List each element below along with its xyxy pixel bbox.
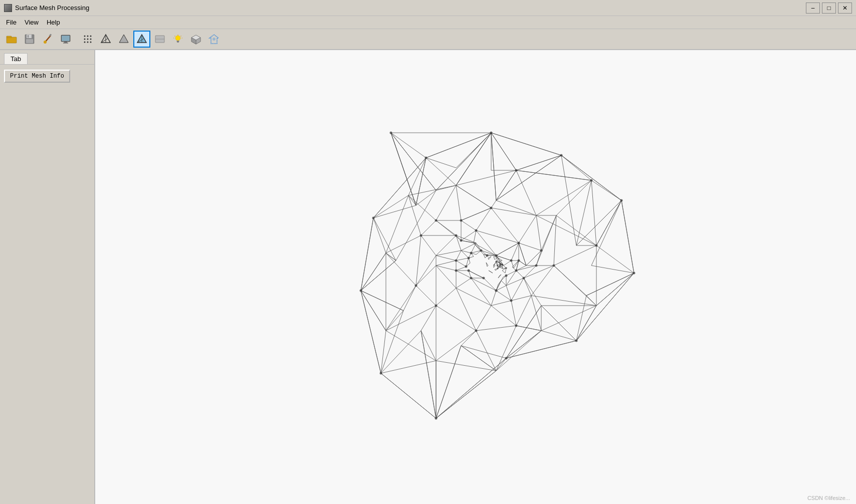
svg-point-192: [595, 244, 598, 247]
svg-point-193: [553, 265, 555, 267]
svg-point-213: [475, 229, 478, 232]
svg-point-186: [380, 372, 382, 375]
svg-point-178: [390, 132, 392, 134]
cube-icon: [190, 34, 201, 45]
watermark: CSDN ©lifesize...: [807, 495, 850, 501]
solid-icon: [118, 34, 129, 45]
points-button[interactable]: [79, 31, 96, 48]
mesh-viewport: [95, 50, 856, 504]
solid-wire-button[interactable]: [133, 31, 150, 48]
svg-point-228: [501, 264, 503, 266]
solid-wire-icon: [136, 34, 147, 45]
svg-point-194: [515, 325, 518, 327]
svg-rect-13: [63, 43, 68, 44]
cube-button[interactable]: [187, 31, 204, 48]
monitor-button[interactable]: [57, 31, 74, 48]
svg-rect-5: [26, 39, 33, 43]
svg-point-14: [84, 36, 86, 37]
light-icon: [172, 34, 183, 45]
menu-help[interactable]: Help: [43, 18, 64, 27]
svg-point-18: [87, 39, 89, 40]
svg-point-223: [468, 257, 470, 260]
svg-point-22: [90, 42, 92, 43]
svg-point-187: [360, 290, 362, 292]
svg-point-184: [505, 357, 508, 360]
svg-line-38: [181, 36, 181, 37]
svg-point-221: [468, 270, 470, 272]
titlebar-title: Surface Mesh Processing: [15, 4, 89, 12]
svg-point-188: [372, 217, 375, 219]
svg-point-179: [490, 132, 493, 134]
svg-point-209: [455, 270, 458, 272]
brush-icon: [42, 34, 53, 45]
svg-rect-12: [64, 42, 67, 43]
svg-point-224: [470, 252, 473, 255]
brush-button[interactable]: [39, 31, 56, 48]
svg-point-16: [90, 36, 92, 37]
flat-icon: [154, 34, 165, 45]
sidebar: Tab Print Mesh Info: [0, 50, 95, 504]
app-icon: [4, 4, 12, 12]
light-button[interactable]: [169, 31, 186, 48]
svg-point-208: [470, 277, 473, 280]
svg-rect-1: [7, 37, 17, 43]
select-button[interactable]: [205, 31, 223, 48]
svg-point-219: [495, 290, 498, 292]
svg-point-200: [460, 219, 463, 222]
main-layout: Tab Print Mesh Info: [0, 50, 856, 504]
svg-rect-33: [177, 41, 179, 42]
svg-point-189: [425, 157, 427, 159]
flat-button[interactable]: [151, 31, 168, 48]
svg-point-212: [460, 239, 463, 242]
save-icon: [24, 34, 35, 45]
svg-rect-46: [95, 50, 856, 504]
wireframe-button[interactable]: [97, 31, 114, 48]
monitor-icon: [60, 34, 71, 45]
svg-point-226: [486, 255, 489, 257]
titlebar-left: Surface Mesh Processing: [4, 4, 89, 12]
svg-point-182: [633, 272, 635, 275]
svg-point-231: [497, 268, 499, 270]
svg-point-17: [84, 39, 86, 40]
svg-rect-2: [7, 36, 12, 38]
save-button[interactable]: [21, 31, 38, 48]
svg-point-222: [465, 266, 468, 268]
svg-point-216: [518, 260, 520, 262]
svg-point-202: [518, 242, 520, 244]
menu-file[interactable]: File: [2, 18, 21, 27]
close-button[interactable]: ✕: [838, 3, 852, 14]
svg-point-199: [435, 219, 438, 222]
open-file-button[interactable]: [3, 31, 20, 48]
svg-point-197: [415, 285, 417, 287]
svg-point-183: [575, 340, 578, 342]
svg-point-191: [590, 179, 593, 182]
tab-label[interactable]: Tab: [4, 53, 28, 64]
svg-point-203: [540, 249, 543, 252]
tab-header: Tab: [0, 50, 94, 65]
minimize-button[interactable]: –: [806, 3, 820, 14]
svg-point-215: [510, 260, 513, 262]
sidebar-content: Print Mesh Info: [0, 65, 94, 88]
svg-point-20: [84, 42, 86, 43]
svg-point-230: [500, 264, 501, 266]
svg-rect-11: [62, 36, 70, 41]
points-icon: [82, 34, 93, 45]
select-icon: [208, 34, 220, 45]
maximize-button[interactable]: □: [822, 3, 836, 14]
svg-rect-34: [177, 42, 179, 43]
menubar: File View Help: [0, 16, 856, 29]
svg-point-19: [90, 39, 92, 40]
print-mesh-info-button[interactable]: Print Mesh Info: [4, 70, 70, 83]
svg-point-205: [523, 277, 525, 280]
viewport[interactable]: CSDN ©lifesize...: [95, 50, 856, 504]
svg-point-196: [435, 305, 438, 307]
svg-point-45: [212, 38, 216, 41]
solid-button[interactable]: [115, 31, 132, 48]
titlebar-controls: – □ ✕: [806, 3, 852, 14]
menu-view[interactable]: View: [21, 18, 43, 27]
wireframe-icon: [100, 34, 111, 45]
svg-point-181: [620, 199, 623, 202]
svg-point-233: [497, 265, 498, 266]
svg-point-227: [495, 255, 497, 257]
svg-marker-26: [119, 35, 128, 43]
